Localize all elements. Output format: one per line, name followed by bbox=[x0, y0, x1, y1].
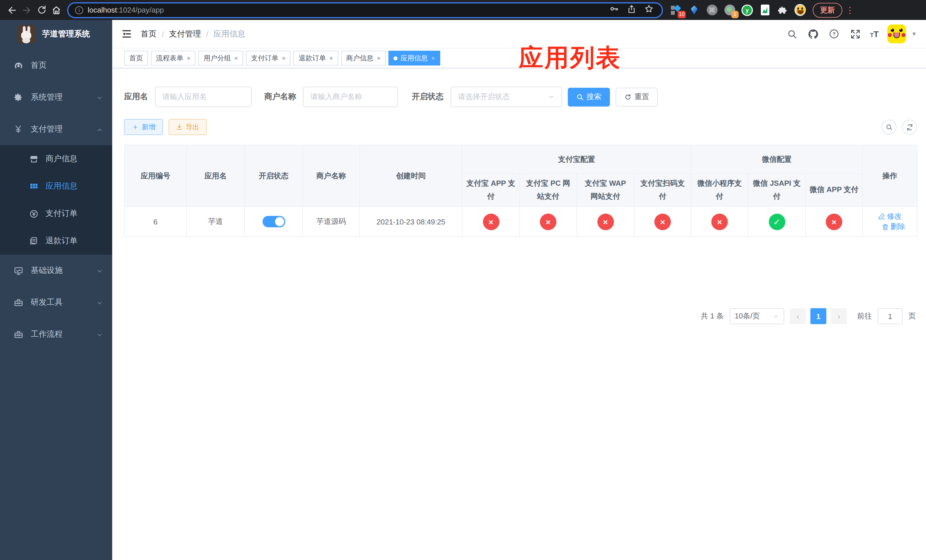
app-title: 芋道管理系统 bbox=[42, 29, 90, 39]
home-icon[interactable] bbox=[49, 3, 64, 17]
column-header: 商户名称 bbox=[303, 145, 360, 206]
search-button[interactable]: 搜索 bbox=[568, 88, 610, 106]
avatar-caret-icon[interactable]: ▼ bbox=[911, 31, 917, 37]
sidebar-item-devtools[interactable]: 研发工具 bbox=[0, 286, 112, 318]
profile-emoji-icon[interactable] bbox=[794, 4, 806, 16]
tab-pay-order[interactable]: 支付订单× bbox=[246, 51, 291, 65]
store-icon bbox=[27, 153, 40, 165]
back-icon[interactable] bbox=[5, 3, 20, 17]
user-avatar[interactable] bbox=[887, 24, 906, 43]
sidebar: 芋道管理系统 首页系统管理支付管理商户信息应用信息支付订单退款订单基础设施研发工… bbox=[0, 20, 112, 560]
extensions-puzzle-icon[interactable] bbox=[777, 4, 788, 16]
add-button[interactable]: ＋新增 bbox=[124, 119, 163, 135]
forward-icon[interactable] bbox=[20, 3, 34, 17]
font-size-icon[interactable]: TT bbox=[870, 30, 879, 38]
cell-merchant: 芋道源码 bbox=[303, 206, 360, 237]
column-group-header: 微信配置 bbox=[691, 145, 862, 174]
refresh-table-button[interactable] bbox=[902, 120, 917, 135]
sidebar-item-workflow[interactable]: 工作流程 bbox=[0, 318, 112, 350]
bookmark-star-icon[interactable] bbox=[644, 4, 654, 16]
sidebar-item-merchant-info[interactable]: 商户信息 bbox=[0, 145, 112, 173]
site-info-icon[interactable]: i bbox=[75, 6, 83, 14]
main-area: 首页 / 支付管理 / 应用信息 ? bbox=[112, 20, 926, 560]
current-page[interactable]: 1 bbox=[810, 308, 826, 324]
column-subheader: 支付宝 APP 支付 bbox=[462, 174, 520, 206]
goto-label: 前往 bbox=[857, 311, 872, 321]
column-group-header: 支付宝配置 bbox=[462, 145, 691, 174]
sidebar-item-pay-order[interactable]: 支付订单 bbox=[0, 200, 112, 227]
tab-label: 首页 bbox=[129, 53, 143, 63]
sidebar-item-app-info[interactable]: 应用信息 bbox=[0, 173, 112, 200]
merchant-name-input[interactable]: 请输入商户名称 bbox=[303, 86, 398, 107]
cell-config: × bbox=[462, 206, 520, 237]
reset-button[interactable]: 重置 bbox=[616, 88, 658, 106]
help-icon[interactable]: ? bbox=[828, 28, 841, 40]
active-tab-dot bbox=[393, 56, 398, 60]
goto-page-input[interactable]: 1 bbox=[878, 308, 903, 324]
close-tab-icon[interactable]: × bbox=[235, 55, 238, 62]
extension-y-icon[interactable] bbox=[741, 4, 753, 16]
close-tab-icon[interactable]: × bbox=[187, 55, 191, 62]
column-subheader: 微信 APP 支付 bbox=[805, 174, 862, 206]
app-name-input[interactable]: 请输入应用名 bbox=[155, 86, 252, 107]
sidebar-item-infra[interactable]: 基础设施 bbox=[0, 255, 112, 286]
tab-label: 用户分组 bbox=[204, 53, 231, 63]
sidebar-item-payment[interactable]: 支付管理 bbox=[0, 114, 112, 145]
collapse-sidebar-icon[interactable] bbox=[120, 28, 133, 40]
toggle-search-button[interactable] bbox=[882, 120, 896, 135]
tab-label: 退款订单 bbox=[299, 53, 326, 63]
sidebar-item-label: 支付订单 bbox=[45, 209, 77, 219]
close-tab-icon[interactable]: × bbox=[431, 55, 435, 62]
prev-page-button[interactable]: ‹ bbox=[790, 308, 806, 324]
edit-link[interactable]: 修改 bbox=[878, 211, 902, 221]
table-row: 6芋道芋道源码2021-10-23 08:49:25×××××✓×修改删除 bbox=[124, 206, 917, 237]
yen-icon bbox=[11, 123, 25, 136]
header-search-icon[interactable] bbox=[786, 28, 799, 40]
chrome-menu-icon[interactable]: ⋮ bbox=[846, 5, 851, 15]
share-icon[interactable] bbox=[627, 4, 636, 16]
export-button[interactable]: 导出 bbox=[169, 119, 207, 135]
tab-app-info[interactable]: 应用信息× bbox=[388, 51, 440, 65]
tab-merchant-info[interactable]: 商户信息× bbox=[341, 51, 386, 65]
tab-user-group[interactable]: 用户分组× bbox=[198, 51, 243, 65]
github-icon[interactable] bbox=[807, 28, 820, 40]
status-select[interactable]: 请选择开启状态 bbox=[451, 86, 562, 107]
chrome-update-button[interactable]: 更新 bbox=[813, 3, 842, 17]
column-subheader: 支付宝扫码支付 bbox=[634, 174, 691, 206]
password-key-icon[interactable] bbox=[609, 4, 619, 16]
tab-flow-form[interactable]: 流程表单× bbox=[151, 51, 196, 65]
extension-command-icon[interactable]: ⌘ bbox=[706, 4, 717, 16]
sidebar-item-label: 研发工具 bbox=[31, 297, 96, 308]
next-page-button[interactable]: › bbox=[831, 308, 847, 324]
delete-link[interactable]: 删除 bbox=[881, 222, 905, 232]
close-tab-icon[interactable]: × bbox=[330, 55, 333, 62]
tab-refund-order[interactable]: 退款订单× bbox=[294, 51, 338, 65]
cell-app-id: 6 bbox=[124, 206, 186, 237]
tab-home[interactable]: 首页 bbox=[124, 51, 148, 65]
fullscreen-icon[interactable] bbox=[849, 28, 862, 40]
close-tab-icon[interactable]: × bbox=[282, 55, 286, 62]
browser-chrome: i localhost:1024/pay/app 10 ⌘ bbox=[0, 0, 926, 20]
extension-kite-icon[interactable] bbox=[688, 4, 700, 16]
svg-text:?: ? bbox=[832, 31, 836, 37]
reload-icon[interactable] bbox=[34, 3, 49, 17]
status-toggle[interactable] bbox=[262, 216, 285, 227]
sidebar-item-label: 系统管理 bbox=[31, 92, 96, 103]
extension-proxy-icon[interactable]: 1 bbox=[724, 4, 735, 16]
app-logo[interactable]: 芋道管理系统 bbox=[0, 20, 112, 48]
breadcrumb-home[interactable]: 首页 bbox=[141, 29, 157, 39]
sidebar-item-home[interactable]: 首页 bbox=[0, 50, 112, 82]
sidebar-item-label: 商户信息 bbox=[45, 154, 77, 164]
chevron-down-icon bbox=[548, 94, 555, 100]
close-tab-icon[interactable]: × bbox=[377, 55, 381, 62]
chevron-down-icon bbox=[96, 268, 102, 274]
breadcrumb-pay[interactable]: 支付管理 bbox=[169, 29, 201, 39]
extension-doc-icon[interactable] bbox=[759, 4, 770, 16]
column-subheader: 支付宝 PC 网站支付 bbox=[520, 174, 576, 206]
sidebar-item-refund-order[interactable]: 退款订单 bbox=[0, 227, 112, 255]
url-bar[interactable]: i localhost:1024/pay/app bbox=[67, 2, 663, 18]
page-size-select[interactable]: 10条/页 bbox=[729, 308, 784, 324]
cell-created-at: 2021-10-23 08:49:25 bbox=[360, 206, 462, 237]
sidebar-item-system[interactable]: 系统管理 bbox=[0, 82, 112, 114]
extension-apps-icon[interactable]: 10 bbox=[671, 4, 682, 16]
